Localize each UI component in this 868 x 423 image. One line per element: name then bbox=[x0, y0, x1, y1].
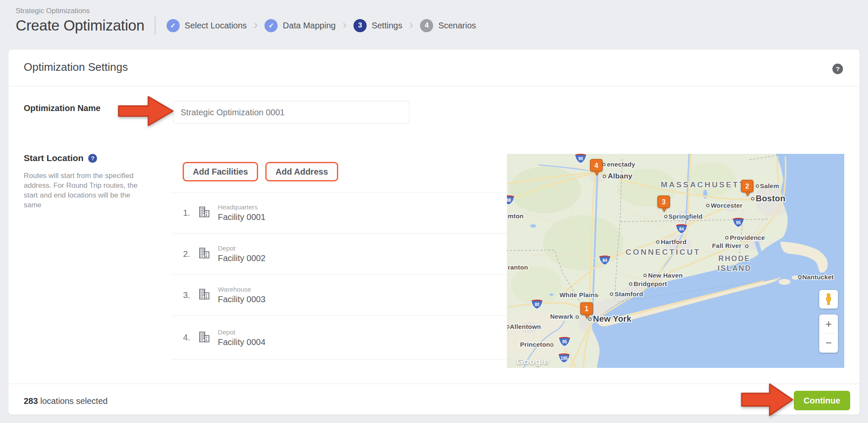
map-city-label: Providence bbox=[730, 234, 765, 241]
facility-row[interactable]: 2. Depot Facility 0002 bbox=[171, 234, 507, 275]
google-logo: Google bbox=[516, 356, 549, 366]
map-city-label: New Haven bbox=[648, 272, 683, 279]
svg-text:84: 84 bbox=[679, 227, 684, 231]
map[interactable]: MASSACHUSETTSCONNECTICUTRHODEISLANDenect… bbox=[507, 154, 844, 368]
map-city-dot bbox=[746, 245, 748, 248]
check-icon: ✓ bbox=[264, 19, 278, 32]
breadcrumb[interactable]: Strategic Optimizations bbox=[16, 7, 90, 15]
map-city-dot bbox=[751, 198, 754, 200]
facility-type: Depot bbox=[218, 328, 265, 336]
building-icon bbox=[198, 288, 211, 302]
facility-row[interactable]: 1. Headquarters Facility 0001 bbox=[171, 192, 507, 234]
chevron-right-icon: › bbox=[342, 19, 347, 30]
map-city-label: New York bbox=[593, 314, 632, 323]
facility-index: 1. bbox=[183, 208, 194, 218]
step-number-badge: 4 bbox=[420, 19, 433, 32]
facility-type: Warehouse bbox=[218, 286, 265, 293]
step-number-badge: 3 bbox=[353, 19, 367, 32]
start-location-description: Routes will start from the specified add… bbox=[24, 171, 143, 210]
map-state-label: RHODE bbox=[718, 254, 751, 263]
facility-row[interactable]: 4. Depot Facility 0004 bbox=[171, 316, 507, 360]
building-icon bbox=[198, 206, 211, 220]
help-icon[interactable]: ? bbox=[832, 64, 843, 74]
facility-type: Depot bbox=[218, 245, 265, 252]
map-city-dot bbox=[756, 185, 759, 187]
zoom-out-button[interactable]: − bbox=[819, 334, 838, 352]
step-data-mapping[interactable]: ✓ Data Mapping bbox=[264, 19, 336, 32]
map-city-dot bbox=[798, 276, 801, 278]
map-city-dot bbox=[657, 241, 659, 243]
map-city-label: Boston bbox=[756, 194, 785, 203]
pegman-control[interactable] bbox=[819, 290, 838, 309]
check-icon: ✓ bbox=[167, 19, 180, 32]
page-title: Create Optimization bbox=[16, 17, 145, 34]
svg-text:195: 195 bbox=[561, 356, 568, 361]
map-city-dot bbox=[603, 163, 605, 166]
map-city-dot bbox=[576, 316, 579, 318]
map-city-label: Allentown bbox=[510, 323, 541, 330]
map-state-label: CONNECTICUT bbox=[626, 248, 701, 256]
stepper: ✓ Select Locations › ✓ Data Mapping › 3 … bbox=[167, 19, 476, 32]
step-settings[interactable]: 3 Settings bbox=[353, 19, 402, 32]
card-title: Optimization Settings bbox=[24, 61, 128, 74]
svg-text:95: 95 bbox=[736, 220, 741, 225]
map-city-label: Nantucket bbox=[802, 273, 834, 281]
map-city-label: ranton bbox=[508, 264, 528, 271]
optimization-name-input[interactable] bbox=[173, 101, 409, 124]
footer-divider bbox=[8, 384, 860, 384]
continue-button[interactable]: Continue bbox=[794, 391, 850, 410]
step-label: Select Locations bbox=[185, 21, 247, 31]
locations-count: 283 bbox=[24, 396, 38, 406]
step-label: Data Mapping bbox=[283, 21, 336, 31]
map-city-dot bbox=[726, 237, 728, 239]
svg-text:1: 1 bbox=[585, 305, 589, 312]
chevron-right-icon: › bbox=[253, 19, 258, 30]
chevron-right-icon: › bbox=[409, 19, 413, 30]
facility-row[interactable]: 3. Warehouse Facility 0003 bbox=[171, 275, 507, 316]
map-canvas: MASSACHUSETTSCONNECTICUTRHODEISLANDenect… bbox=[507, 154, 844, 368]
zoom-in-button[interactable]: + bbox=[819, 314, 838, 333]
map-city-dot bbox=[603, 175, 606, 178]
locations-selected-status: 283 locations selected bbox=[24, 396, 108, 406]
facility-name: Facility 0001 bbox=[218, 212, 265, 222]
pegman-icon bbox=[824, 293, 833, 306]
locations-count-suffix: locations selected bbox=[38, 396, 108, 406]
map-city-dot bbox=[644, 274, 646, 277]
map-city-label: Salem bbox=[760, 182, 779, 189]
building-icon bbox=[198, 331, 211, 345]
map-city-dot bbox=[665, 215, 667, 218]
facilities-list: 1. Headquarters Facility 0001 2. Depot F… bbox=[171, 192, 507, 360]
map-city-label: White Plains bbox=[559, 291, 598, 298]
page-header: Create Optimization ✓ Select Locations ›… bbox=[16, 16, 476, 35]
map-state-label: MASSACHUSETTS bbox=[661, 180, 753, 189]
map-city-dot bbox=[589, 318, 591, 320]
facility-name: Facility 0003 bbox=[218, 295, 265, 304]
zoom-control: + − bbox=[819, 314, 838, 353]
card-header-divider bbox=[8, 86, 860, 86]
add-address-button[interactable]: Add Address bbox=[265, 162, 338, 181]
map-city-dot bbox=[707, 204, 709, 207]
svg-text:90: 90 bbox=[578, 156, 583, 161]
svg-text:88: 88 bbox=[507, 198, 511, 203]
facility-name: Facility 0004 bbox=[218, 337, 265, 347]
facility-index: 4. bbox=[183, 333, 194, 342]
building-icon bbox=[198, 247, 211, 261]
map-city-label: Springfield bbox=[668, 213, 703, 220]
map-state-label: ISLAND bbox=[718, 264, 751, 273]
add-facilities-button[interactable]: Add Facilities bbox=[183, 162, 258, 181]
map-city-label: Hartford bbox=[661, 238, 687, 245]
optimization-settings-card: Optimization Settings ? Optimization Nam… bbox=[8, 50, 860, 415]
help-icon[interactable]: ? bbox=[88, 154, 97, 163]
svg-text:84: 84 bbox=[602, 258, 607, 263]
optimization-name-label: Optimization Name bbox=[24, 103, 100, 113]
step-select-locations[interactable]: ✓ Select Locations bbox=[167, 19, 247, 32]
map-city-label: Newark bbox=[550, 313, 573, 320]
step-label: Scenarios bbox=[438, 21, 476, 31]
map-city-label: Fall River bbox=[712, 242, 742, 249]
map-city-label: Worcester bbox=[711, 202, 743, 209]
facility-index: 2. bbox=[183, 249, 194, 259]
map-city-label: Albany bbox=[608, 172, 632, 180]
annotation-arrow-name-input bbox=[118, 94, 175, 129]
step-scenarios[interactable]: 4 Scenarios bbox=[420, 19, 476, 32]
start-location-label: Start Location bbox=[24, 153, 83, 163]
